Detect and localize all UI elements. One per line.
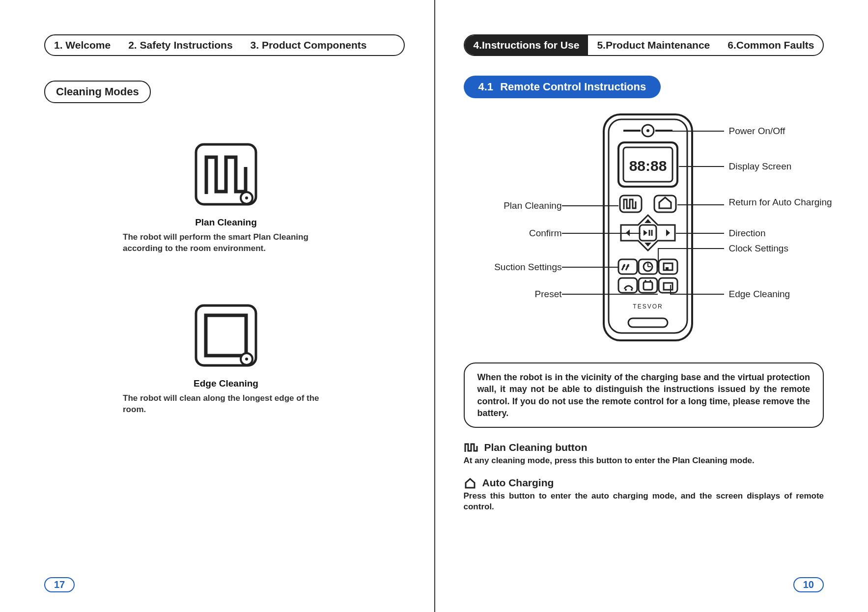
section-cleaning-modes: Cleaning Modes (44, 81, 151, 103)
remote-brand: TESVOR (633, 303, 663, 310)
callout-preset: Preset (474, 289, 562, 300)
section-title: Remote Control Instructions (500, 81, 646, 93)
page-right: 4.Instructions for Use 5.Product Mainten… (434, 0, 868, 612)
remote-note: When the robot is in the vicinity of the… (464, 362, 824, 428)
button-explanations: Plan Cleaning button At any cleaning mod… (464, 442, 824, 512)
expl-plan-cleaning: Plan Cleaning button At any cleaning mod… (464, 442, 824, 466)
tab-components: 3. Product Components (242, 35, 376, 55)
tab-maintenance: 5.Product Maintenance (588, 35, 719, 55)
expl-plan-title: Plan Cleaning button (484, 442, 588, 453)
expl-charging-title: Auto Charging (482, 477, 554, 489)
mode-edge: Edge Cleaning The robot will clean along… (103, 304, 349, 416)
callout-plan-cleaning: Plan Cleaning (474, 200, 562, 211)
mode-edge-desc: The robot will clean along the longest e… (123, 393, 329, 416)
svg-rect-37 (666, 267, 669, 270)
pagenum-left: 17 (44, 577, 75, 592)
section-number: 4.1 (478, 81, 494, 93)
page-left: 1. Welcome 2. Safety Instructions 3. Pro… (0, 0, 434, 612)
tabbar-left: 1. Welcome 2. Safety Instructions 3. Pro… (44, 34, 405, 56)
callout-confirm: Confirm (474, 228, 562, 239)
callout-power: Power On/Off (729, 126, 785, 137)
expl-plan-desc: At any cleaning mode, press this button … (464, 455, 824, 466)
mode-edge-title: Edge Cleaning (194, 378, 258, 389)
callout-return-charging: Return for Auto Charging (729, 197, 832, 208)
plan-cleaning-icon (464, 442, 478, 453)
callout-display: Display Screen (729, 161, 792, 172)
svg-point-39 (631, 289, 633, 291)
remote-diagram: 88:88 (464, 112, 824, 358)
tab-instructions: 4.Instructions for Use (465, 35, 588, 55)
remote-display-text: 88:88 (629, 158, 667, 174)
callout-edge-cleaning: Edge Cleaning (729, 289, 790, 300)
svg-rect-4 (206, 315, 246, 356)
callout-suction-settings: Suction Settings (474, 262, 562, 273)
svg-rect-17 (640, 225, 656, 241)
pagenum-right: 10 (793, 577, 824, 592)
svg-point-38 (625, 289, 627, 291)
svg-point-11 (646, 129, 649, 132)
expl-auto-charging: Auto Charging Press this button to enter… (464, 477, 824, 512)
home-icon (464, 477, 476, 489)
expl-charging-desc: Press this button to enter the auto char… (464, 491, 824, 512)
mode-plan-title: Plan Cleaning (195, 217, 257, 228)
svg-point-2 (245, 196, 248, 199)
mode-plan: Plan Cleaning The robot will perform the… (103, 142, 349, 254)
callout-direction: Direction (729, 228, 766, 239)
edge-cleaning-icon (194, 304, 258, 367)
tabbar-right: 4.Instructions for Use 5.Product Mainten… (464, 34, 824, 56)
tab-welcome: 1. Welcome (45, 35, 119, 55)
tab-safety: 2. Safety Instructions (119, 35, 241, 55)
plan-cleaning-icon (194, 142, 258, 206)
mode-plan-desc: The robot will perform the smart Plan Cl… (123, 232, 329, 254)
remote-control-illustration: 88:88 (601, 112, 695, 343)
section-remote-instructions: 4.1 Remote Control Instructions (464, 76, 661, 98)
callout-clock-settings: Clock Settings (729, 243, 788, 254)
svg-point-6 (245, 358, 248, 361)
tab-faults: 6.Common Faults (719, 35, 823, 55)
